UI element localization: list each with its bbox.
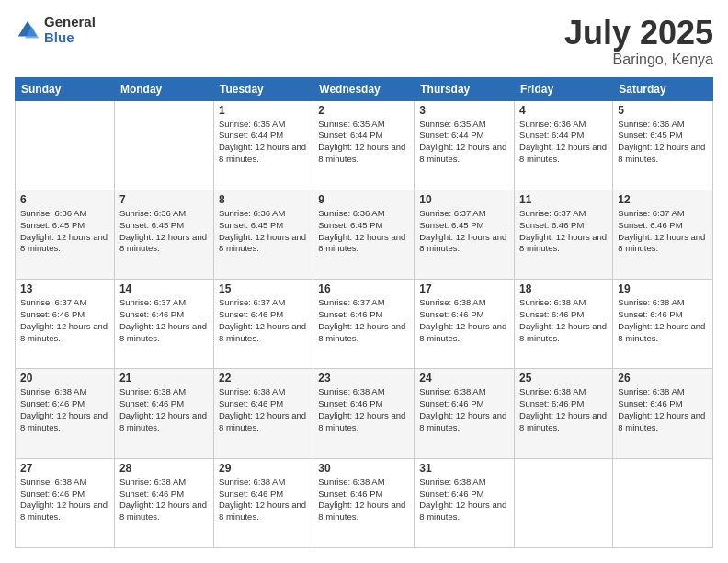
calendar-cell: 28Sunrise: 6:38 AM Sunset: 6:46 PM Dayli… <box>114 458 213 547</box>
calendar-cell <box>613 458 713 547</box>
calendar-cell: 29Sunrise: 6:38 AM Sunset: 6:46 PM Dayli… <box>213 458 313 547</box>
day-info: Sunrise: 6:38 AM Sunset: 6:46 PM Dayligh… <box>519 386 608 433</box>
calendar-row-1: 6Sunrise: 6:36 AM Sunset: 6:45 PM Daylig… <box>16 190 713 279</box>
calendar-row-2: 13Sunrise: 6:37 AM Sunset: 6:46 PM Dayli… <box>16 280 713 369</box>
logo: General Blue <box>15 15 96 45</box>
day-number: 13 <box>20 282 109 295</box>
logo-icon <box>15 17 40 43</box>
day-info: Sunrise: 6:37 AM Sunset: 6:45 PM Dayligh… <box>419 208 509 255</box>
calendar-cell: 31Sunrise: 6:38 AM Sunset: 6:46 PM Dayli… <box>415 458 515 547</box>
day-info: Sunrise: 6:36 AM Sunset: 6:45 PM Dayligh… <box>119 208 209 255</box>
day-number: 6 <box>20 193 109 206</box>
day-info: Sunrise: 6:37 AM Sunset: 6:46 PM Dayligh… <box>618 208 708 255</box>
calendar-cell: 26Sunrise: 6:38 AM Sunset: 6:46 PM Dayli… <box>613 369 713 458</box>
day-info: Sunrise: 6:38 AM Sunset: 6:46 PM Dayligh… <box>419 297 509 344</box>
day-number: 2 <box>318 104 409 117</box>
day-number: 8 <box>219 193 308 206</box>
day-info: Sunrise: 6:37 AM Sunset: 6:46 PM Dayligh… <box>519 208 608 255</box>
location-title: Baringo, Kenya <box>564 52 713 68</box>
weekday-header-wednesday: Wednesday <box>313 77 415 100</box>
calendar-cell: 6Sunrise: 6:36 AM Sunset: 6:45 PM Daylig… <box>16 190 115 279</box>
day-number: 7 <box>119 193 209 206</box>
day-number: 15 <box>219 282 308 295</box>
calendar-cell: 27Sunrise: 6:38 AM Sunset: 6:46 PM Dayli… <box>16 458 115 547</box>
calendar-cell <box>114 100 213 190</box>
calendar-cell <box>515 458 613 547</box>
calendar-cell: 2Sunrise: 6:35 AM Sunset: 6:44 PM Daylig… <box>313 100 415 190</box>
calendar-cell: 24Sunrise: 6:38 AM Sunset: 6:46 PM Dayli… <box>415 369 515 458</box>
calendar-cell: 19Sunrise: 6:38 AM Sunset: 6:46 PM Dayli… <box>613 280 713 369</box>
day-number: 26 <box>618 372 708 385</box>
calendar-cell: 9Sunrise: 6:36 AM Sunset: 6:45 PM Daylig… <box>313 190 415 279</box>
calendar-cell: 18Sunrise: 6:38 AM Sunset: 6:46 PM Dayli… <box>515 280 613 369</box>
day-info: Sunrise: 6:35 AM Sunset: 6:44 PM Dayligh… <box>318 119 409 166</box>
day-number: 25 <box>519 372 608 385</box>
day-info: Sunrise: 6:38 AM Sunset: 6:46 PM Dayligh… <box>318 477 409 523</box>
logo-general: General <box>44 15 96 30</box>
calendar-cell: 10Sunrise: 6:37 AM Sunset: 6:45 PM Dayli… <box>415 190 515 279</box>
day-number: 16 <box>318 282 409 295</box>
calendar-cell: 16Sunrise: 6:37 AM Sunset: 6:46 PM Dayli… <box>313 280 415 369</box>
calendar-cell: 11Sunrise: 6:37 AM Sunset: 6:46 PM Dayli… <box>515 190 613 279</box>
month-title: July 2025 <box>564 15 713 52</box>
day-number: 20 <box>20 372 109 385</box>
title-block: July 2025 Baringo, Kenya <box>564 15 713 68</box>
day-info: Sunrise: 6:38 AM Sunset: 6:46 PM Dayligh… <box>20 386 109 433</box>
day-info: Sunrise: 6:38 AM Sunset: 6:46 PM Dayligh… <box>119 477 209 523</box>
calendar-cell: 21Sunrise: 6:38 AM Sunset: 6:46 PM Dayli… <box>114 369 213 458</box>
day-number: 9 <box>318 193 409 206</box>
calendar-cell: 1Sunrise: 6:35 AM Sunset: 6:44 PM Daylig… <box>213 100 313 190</box>
calendar-cell: 13Sunrise: 6:37 AM Sunset: 6:46 PM Dayli… <box>16 280 115 369</box>
calendar-cell: 8Sunrise: 6:36 AM Sunset: 6:45 PM Daylig… <box>213 190 313 279</box>
day-number: 23 <box>318 372 409 385</box>
day-number: 11 <box>519 193 608 206</box>
day-number: 17 <box>419 282 509 295</box>
calendar-cell: 17Sunrise: 6:38 AM Sunset: 6:46 PM Dayli… <box>415 280 515 369</box>
calendar-cell: 3Sunrise: 6:35 AM Sunset: 6:44 PM Daylig… <box>415 100 515 190</box>
day-info: Sunrise: 6:38 AM Sunset: 6:46 PM Dayligh… <box>219 477 308 523</box>
day-number: 29 <box>219 462 308 475</box>
day-number: 12 <box>618 193 708 206</box>
day-number: 24 <box>419 372 509 385</box>
calendar-cell: 7Sunrise: 6:36 AM Sunset: 6:45 PM Daylig… <box>114 190 213 279</box>
calendar-cell: 5Sunrise: 6:36 AM Sunset: 6:45 PM Daylig… <box>613 100 713 190</box>
day-info: Sunrise: 6:36 AM Sunset: 6:45 PM Dayligh… <box>219 208 308 255</box>
weekday-header-row: SundayMondayTuesdayWednesdayThursdayFrid… <box>16 77 713 100</box>
day-number: 22 <box>219 372 308 385</box>
day-info: Sunrise: 6:36 AM Sunset: 6:44 PM Dayligh… <box>519 119 608 166</box>
day-number: 5 <box>618 104 708 117</box>
day-number: 21 <box>119 372 209 385</box>
day-info: Sunrise: 6:38 AM Sunset: 6:46 PM Dayligh… <box>219 386 308 433</box>
day-number: 14 <box>119 282 209 295</box>
day-info: Sunrise: 6:38 AM Sunset: 6:46 PM Dayligh… <box>318 386 409 433</box>
day-info: Sunrise: 6:35 AM Sunset: 6:44 PM Dayligh… <box>419 119 509 166</box>
calendar-cell: 22Sunrise: 6:38 AM Sunset: 6:46 PM Dayli… <box>213 369 313 458</box>
calendar-row-4: 27Sunrise: 6:38 AM Sunset: 6:46 PM Dayli… <box>16 458 713 547</box>
day-number: 28 <box>119 462 209 475</box>
day-number: 27 <box>20 462 109 475</box>
day-info: Sunrise: 6:35 AM Sunset: 6:44 PM Dayligh… <box>219 119 308 166</box>
day-number: 1 <box>219 104 308 117</box>
calendar-cell: 14Sunrise: 6:37 AM Sunset: 6:46 PM Dayli… <box>114 280 213 369</box>
calendar-cell: 23Sunrise: 6:38 AM Sunset: 6:46 PM Dayli… <box>313 369 415 458</box>
weekday-header-tuesday: Tuesday <box>213 77 313 100</box>
day-info: Sunrise: 6:37 AM Sunset: 6:46 PM Dayligh… <box>318 297 409 344</box>
calendar-cell: 4Sunrise: 6:36 AM Sunset: 6:44 PM Daylig… <box>515 100 613 190</box>
day-info: Sunrise: 6:37 AM Sunset: 6:46 PM Dayligh… <box>219 297 308 344</box>
day-info: Sunrise: 6:38 AM Sunset: 6:46 PM Dayligh… <box>119 386 209 433</box>
weekday-header-saturday: Saturday <box>613 77 713 100</box>
day-number: 31 <box>419 462 509 475</box>
day-info: Sunrise: 6:38 AM Sunset: 6:46 PM Dayligh… <box>618 386 708 433</box>
weekday-header-sunday: Sunday <box>16 77 115 100</box>
day-number: 30 <box>318 462 409 475</box>
day-info: Sunrise: 6:38 AM Sunset: 6:46 PM Dayligh… <box>20 477 109 523</box>
calendar-row-0: 1Sunrise: 6:35 AM Sunset: 6:44 PM Daylig… <box>16 100 713 190</box>
day-info: Sunrise: 6:38 AM Sunset: 6:46 PM Dayligh… <box>419 386 509 433</box>
calendar-cell <box>16 100 115 190</box>
day-info: Sunrise: 6:38 AM Sunset: 6:46 PM Dayligh… <box>419 477 509 523</box>
day-info: Sunrise: 6:36 AM Sunset: 6:45 PM Dayligh… <box>318 208 409 255</box>
page: General Blue July 2025 Baringo, Kenya Su… <box>0 0 728 563</box>
calendar-cell: 15Sunrise: 6:37 AM Sunset: 6:46 PM Dayli… <box>213 280 313 369</box>
logo-blue: Blue <box>44 30 96 46</box>
day-number: 10 <box>419 193 509 206</box>
